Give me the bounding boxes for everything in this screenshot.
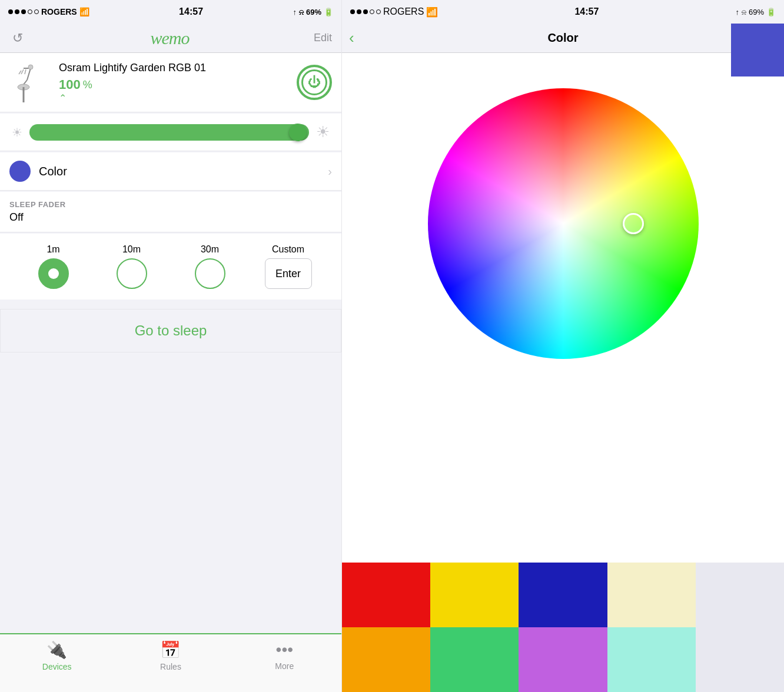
right-nav-bar: ‹ Color bbox=[342, 24, 784, 53]
swatch-lavender[interactable] bbox=[696, 563, 784, 627]
rdot4 bbox=[370, 9, 374, 14]
carrier-info: ROGERS 📶 bbox=[8, 7, 89, 16]
rdot1 bbox=[350, 9, 355, 14]
swatch-purple[interactable] bbox=[519, 627, 607, 692]
brightness-slider-section: ☀ ☀ bbox=[0, 114, 341, 151]
swatch-cream[interactable] bbox=[607, 563, 696, 627]
rules-tab-icon: 📅 bbox=[160, 640, 181, 660]
sun-icon-small: ☀ bbox=[12, 125, 22, 139]
swatch-blue[interactable] bbox=[519, 563, 607, 627]
power-btn-inner: ⏻ bbox=[301, 69, 327, 95]
brightness-chevron-down: ⌃ bbox=[59, 92, 290, 104]
timer-10m-circle[interactable] bbox=[117, 258, 147, 289]
battery-pct-right: 69% bbox=[749, 8, 764, 16]
timer-option-1m[interactable]: 1m bbox=[14, 244, 92, 289]
devices-tab-icon: 🔌 bbox=[46, 640, 67, 660]
device-image bbox=[9, 61, 52, 104]
color-wheel-container[interactable] bbox=[342, 76, 784, 371]
signal-dots-right bbox=[350, 9, 381, 14]
custom-label: Custom bbox=[272, 244, 304, 255]
rdot3 bbox=[363, 9, 368, 14]
refresh-button[interactable]: ↺ bbox=[9, 30, 26, 46]
location-icon: ↑ bbox=[293, 8, 297, 16]
right-panel: ROGERS 📶 14:57 ↑ ⍾ 69% 🔋 ‹ Color bbox=[341, 0, 784, 692]
device-card[interactable]: Osram Lightify Garden RGB 01 100 % ⌃ ⏻ bbox=[0, 53, 341, 112]
location-icon-right: ↑ bbox=[735, 8, 739, 16]
carrier-name: ROGERS bbox=[41, 7, 77, 16]
enter-button[interactable]: Enter bbox=[265, 258, 312, 289]
chevron-right-icon: › bbox=[328, 165, 332, 178]
timer-30m-label: 30m bbox=[201, 244, 219, 255]
lamp-svg bbox=[11, 62, 51, 102]
tab-more[interactable]: ••• More bbox=[228, 640, 341, 671]
bluetooth-icon-right: ⍾ bbox=[742, 8, 746, 16]
back-button[interactable]: ‹ bbox=[349, 29, 354, 47]
left-panel: ROGERS 📶 14:57 ↑ ⍾ 69% 🔋 ↺ wemo Edit bbox=[0, 0, 341, 692]
svg-line-7 bbox=[21, 69, 24, 74]
battery-icon-left: 🔋 bbox=[324, 8, 333, 16]
tab-rules[interactable]: 📅 Rules bbox=[114, 640, 227, 671]
more-tab-label: More bbox=[275, 661, 294, 671]
timer-option-30m[interactable]: 30m bbox=[171, 244, 249, 289]
edit-button[interactable]: Edit bbox=[314, 32, 332, 44]
dot2 bbox=[15, 9, 19, 14]
color-page-title: Color bbox=[547, 31, 578, 45]
swatch-green[interactable] bbox=[430, 627, 519, 692]
color-selector-handle[interactable] bbox=[623, 213, 644, 234]
timer-1m-circle[interactable] bbox=[38, 258, 69, 289]
nav-bar-left: ↺ wemo Edit bbox=[0, 24, 341, 53]
brightness-value: 100 bbox=[59, 77, 81, 92]
timer-1m-inner bbox=[48, 268, 59, 279]
timer-1m-label: 1m bbox=[46, 244, 59, 255]
timer-option-10m[interactable]: 10m bbox=[92, 244, 171, 289]
color-row[interactable]: Color › bbox=[0, 152, 341, 191]
swatch-red[interactable] bbox=[342, 563, 430, 627]
device-info: Osram Lightify Garden RGB 01 100 % ⌃ bbox=[59, 61, 290, 104]
rdot2 bbox=[357, 9, 361, 14]
wemo-logo: wemo bbox=[150, 28, 189, 48]
swatch-orange[interactable] bbox=[342, 627, 430, 692]
svg-line-8 bbox=[25, 69, 26, 74]
swatch-white[interactable] bbox=[696, 627, 784, 692]
signal-dots bbox=[8, 9, 39, 14]
svg-point-5 bbox=[28, 65, 33, 69]
power-button[interactable]: ⏻ bbox=[297, 65, 332, 100]
battery-pct-left: 69% bbox=[306, 8, 321, 16]
more-tab-icon: ••• bbox=[276, 640, 293, 659]
color-preview-square bbox=[731, 24, 784, 76]
svg-line-0 bbox=[27, 68, 31, 80]
rdot5 bbox=[376, 9, 381, 14]
swatch-teal[interactable] bbox=[607, 627, 696, 692]
swatch-yellow[interactable] bbox=[430, 563, 519, 627]
dot5 bbox=[34, 9, 39, 14]
color-wheel[interactable] bbox=[428, 88, 699, 359]
timer-30m-circle[interactable] bbox=[195, 258, 225, 289]
tab-devices[interactable]: 🔌 Devices bbox=[0, 640, 114, 671]
carrier-name-right: ROGERS bbox=[383, 6, 424, 17]
sleep-fader-value: Off bbox=[9, 211, 332, 224]
status-bar-right: ROGERS 📶 14:57 ↑ ⍾ 69% 🔋 bbox=[342, 0, 784, 24]
sleep-fader-title: SLEEP FADER bbox=[9, 200, 332, 209]
color-swatch-preview bbox=[9, 161, 31, 182]
dot4 bbox=[28, 9, 32, 14]
sleep-fader-section: SLEEP FADER Off bbox=[0, 192, 341, 232]
sun-icon-large: ☀ bbox=[316, 123, 330, 141]
custom-option[interactable]: Custom Enter bbox=[249, 244, 327, 289]
time-left: 14:57 bbox=[179, 6, 203, 17]
time-right: 14:57 bbox=[574, 6, 599, 17]
battery-info-left: ↑ ⍾ 69% 🔋 bbox=[293, 8, 333, 16]
rules-tab-label: Rules bbox=[160, 662, 181, 671]
go-to-sleep-button[interactable]: Go to sleep bbox=[0, 309, 341, 352]
battery-info-right: ↑ ⍾ 69% 🔋 bbox=[735, 8, 776, 16]
timer-section: 1m 10m 30m Custom Enter bbox=[0, 234, 341, 300]
color-row-left: Color bbox=[9, 161, 67, 182]
brightness-slider[interactable] bbox=[29, 124, 309, 141]
svg-line-6 bbox=[19, 71, 21, 74]
dot3 bbox=[21, 9, 26, 14]
right-spacer bbox=[342, 371, 784, 563]
color-label: Color bbox=[39, 165, 67, 178]
slider-thumb[interactable] bbox=[289, 124, 307, 141]
wifi-icon-right: 📶 bbox=[426, 6, 438, 18]
wifi-icon: 📶 bbox=[79, 7, 89, 16]
tab-bar-left: 🔌 Devices 📅 Rules ••• More bbox=[0, 633, 341, 692]
